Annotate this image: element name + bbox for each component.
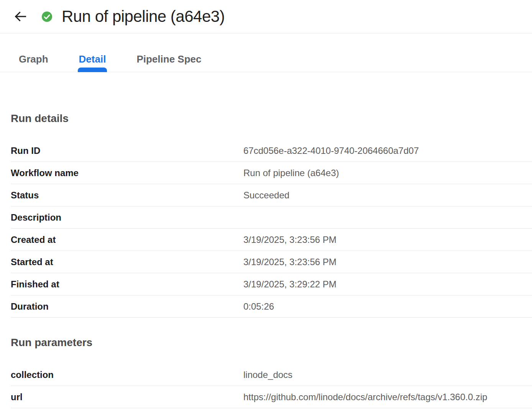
run-detail-page: Run of pipeline (a64e3) GraphDetailPipel… — [0, 0, 532, 408]
row-label: Finished at — [11, 279, 243, 290]
tab-graph[interactable]: Graph — [19, 53, 48, 72]
table-row: Workflow nameRun of pipeline (a64e3) — [11, 162, 532, 184]
row-value: 3/19/2025, 3:29:22 PM — [243, 279, 532, 290]
back-arrow-icon — [13, 10, 27, 23]
table-row: StatusSucceeded — [11, 184, 532, 206]
run-parameters-heading: Run parameters — [11, 336, 532, 349]
tab-detail[interactable]: Detail — [79, 53, 106, 72]
row-value: linode_docs — [243, 370, 532, 380]
row-label: Run ID — [11, 145, 243, 156]
table-row: Started at3/19/2025, 3:23:56 PM — [11, 251, 532, 273]
row-value: 67cd056e-a322-4010-9740-2064660a7d07 — [243, 145, 532, 156]
run-succeeded-icon — [41, 11, 53, 23]
row-label: url — [11, 392, 243, 403]
row-label: Description — [11, 212, 243, 223]
tab-pipeline-spec[interactable]: Pipeline Spec — [136, 53, 201, 72]
row-value: 3/19/2025, 3:23:56 PM — [243, 234, 532, 245]
row-value: 0:05:26 — [243, 301, 532, 312]
row-label: Workflow name — [11, 168, 243, 178]
row-label: Status — [11, 190, 243, 201]
tab-label: Pipeline Spec — [136, 53, 201, 65]
back-button[interactable] — [13, 9, 28, 24]
run-parameters-table: collectionlinode_docsurlhttps://github.c… — [11, 364, 532, 408]
row-value: 3/19/2025, 3:23:56 PM — [243, 257, 532, 267]
table-row: Duration0:05:26 — [11, 295, 532, 318]
run-header: Run of pipeline (a64e3) — [0, 0, 532, 33]
row-label: Created at — [11, 234, 243, 245]
row-value: Run of pipeline (a64e3) — [243, 168, 532, 178]
run-details-heading: Run details — [11, 112, 532, 125]
row-label: collection — [11, 370, 243, 380]
run-detail-content: Run details Run ID67cd056e-a322-4010-974… — [0, 112, 532, 408]
table-row: Finished at3/19/2025, 3:29:22 PM — [11, 273, 532, 295]
table-row: Run ID67cd056e-a322-4010-9740-2064660a7d… — [11, 140, 532, 162]
table-row: Description — [11, 206, 532, 229]
row-value: Succeeded — [243, 190, 532, 201]
table-row: collectionlinode_docs — [11, 364, 532, 386]
row-label: Duration — [11, 301, 243, 312]
active-tab-indicator — [78, 68, 107, 72]
run-details-table: Run ID67cd056e-a322-4010-9740-2064660a7d… — [11, 140, 532, 318]
tab-label: Graph — [19, 53, 48, 65]
table-row: urlhttps://github.com/linode/docs/archiv… — [11, 386, 532, 408]
page-title: Run of pipeline (a64e3) — [62, 7, 225, 26]
tab-label: Detail — [79, 53, 106, 65]
tab-bar: GraphDetailPipeline Spec — [0, 33, 532, 72]
table-row: Created at3/19/2025, 3:23:56 PM — [11, 229, 532, 251]
row-label: Started at — [11, 257, 243, 267]
row-value: https://github.com/linode/docs/archive/r… — [243, 392, 532, 403]
